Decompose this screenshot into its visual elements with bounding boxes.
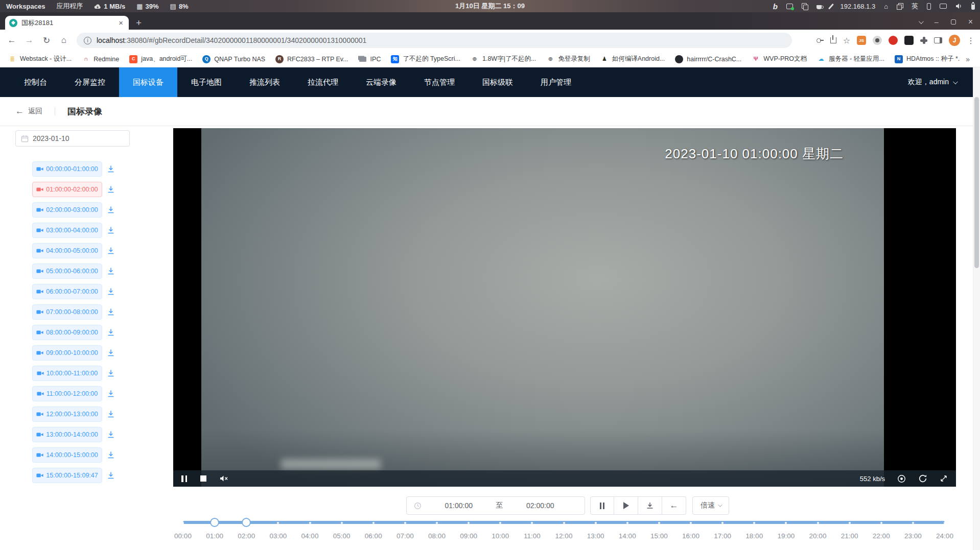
segment-button[interactable]: 04:00:00-05:00:00 [32, 243, 102, 258]
segment-download-button[interactable] [107, 471, 115, 480]
extensions-puzzle-icon[interactable] [920, 37, 927, 44]
profile-avatar[interactable]: J [949, 35, 960, 46]
bookmark-item[interactable]: ∩Redmine [78, 54, 123, 65]
segment-button[interactable]: 03:00:00-04:00:00 [32, 223, 102, 238]
segment-download-button[interactable] [107, 206, 115, 214]
applications-button[interactable]: 应用程序 [56, 2, 83, 11]
snapshot-icon[interactable] [897, 474, 906, 483]
segment-button[interactable]: 15:00:00-15:09:47 [32, 468, 102, 483]
home-button[interactable]: ⌂ [56, 35, 72, 45]
ip-address[interactable]: 192.168.1.3 [840, 3, 875, 10]
segment-button[interactable]: 07:00:00-08:00:00 [32, 304, 102, 320]
download-button[interactable] [638, 496, 662, 515]
segment-download-button[interactable] [107, 247, 115, 255]
page-scrollbar[interactable] [973, 67, 980, 550]
window-minimize-button[interactable]: – [935, 18, 939, 26]
workspaces-button[interactable]: Workspaces [6, 3, 45, 10]
volume-icon[interactable] [955, 3, 963, 9]
bookmark-item[interactable]: ≣Webstack - 设计... [4, 53, 76, 65]
extension-js-icon[interactable]: JS [857, 36, 866, 45]
bookmark-item[interactable]: ♟如何编译Android... [596, 53, 669, 65]
bing-tray-icon[interactable]: b [773, 2, 778, 11]
back-button[interactable]: ← [4, 35, 19, 45]
fullscreen-icon[interactable] [940, 474, 948, 483]
nav-tab[interactable]: 国标级联 [469, 67, 527, 97]
segment-download-button[interactable] [107, 165, 115, 173]
segment-download-button[interactable] [107, 369, 115, 377]
nav-tab[interactable]: 拉流代理 [294, 67, 352, 97]
window-maximize-button[interactable] [951, 19, 956, 25]
bookmark-item[interactable]: 知了不起的 TypeScri... [387, 53, 464, 65]
bookmark-item[interactable]: RRFC2833 – RTP Ev... [271, 54, 353, 65]
clock[interactable]: 1月10日 星期二 15：09 [455, 2, 525, 11]
nav-tab[interactable]: 节点管理 [410, 67, 469, 97]
extension-red-icon[interactable] [889, 36, 898, 45]
user-menu[interactable]: 欢迎，admin [908, 67, 980, 97]
home-tray-icon[interactable]: ⌂ [884, 3, 888, 10]
segment-button[interactable]: 08:00:00-09:00:00 [32, 325, 102, 340]
bookmark-star-icon[interactable]: ☆ [843, 36, 850, 45]
segment-button[interactable]: 05:00:00-06:00:00 [32, 264, 102, 279]
new-tab-button[interactable]: + [136, 18, 142, 28]
segment-download-button[interactable] [107, 451, 115, 459]
phone-link-icon[interactable] [927, 3, 931, 10]
refresh-icon[interactable] [918, 474, 927, 483]
segment-download-button[interactable] [107, 267, 115, 275]
segment-download-button[interactable] [107, 410, 115, 418]
pause-button[interactable] [590, 496, 614, 515]
segment-download-button[interactable] [107, 288, 115, 296]
seek-back-button[interactable]: ← [662, 496, 686, 515]
start-time-value[interactable]: 01:00:00 [422, 501, 496, 510]
address-bar[interactable]: i localhost:38080/#/gbRecordDetail/34020… [77, 33, 792, 48]
timeline-handle[interactable] [242, 518, 251, 527]
back-link[interactable]: ← 返回 [15, 106, 42, 116]
site-info-icon[interactable]: i [84, 37, 91, 44]
bookmark-item[interactable]: ⊕免登录复制 [542, 53, 594, 65]
bookmark-item[interactable]: QQNAP Turbo NAS [198, 54, 269, 65]
speed-dropdown[interactable]: 倍速 [692, 496, 729, 515]
segment-download-button[interactable] [107, 349, 115, 357]
nav-tab[interactable]: 用户管理 [527, 67, 585, 97]
player-pause-icon[interactable] [181, 475, 187, 482]
bookmark-item[interactable]: ⊕1.8W字|了不起的... [466, 53, 540, 65]
nav-tab[interactable]: 电子地图 [177, 67, 236, 97]
segment-button[interactable]: 01:00:00-02:00:00 [32, 182, 102, 197]
segment-button[interactable]: 13:00:00-14:00:00 [32, 427, 102, 442]
segment-download-button[interactable] [107, 390, 115, 398]
nav-tab[interactable]: 云端录像 [352, 67, 410, 97]
bookmark-item[interactable]: Cjava、android可... [125, 53, 196, 65]
extension-ball-icon[interactable] [873, 36, 882, 45]
time-range-input[interactable]: 01:00:00 至 02:00:00 [406, 496, 585, 515]
bookmark-item[interactable]: ☁服务器 - 轻量应用... [813, 53, 889, 65]
bookmark-item[interactable]: ΨWVP-PRO文档 [748, 53, 811, 65]
clipboard-tray-icon[interactable] [802, 3, 808, 9]
nav-tab[interactable]: 分屏监控 [61, 67, 119, 97]
tab-search-icon[interactable] [919, 19, 924, 24]
segment-button[interactable]: 00:00:00-01:00:00 [32, 161, 102, 177]
window-close-button[interactable]: × [968, 17, 973, 27]
bookmark-item[interactable]: hairrrrr/C-CrashC... [671, 54, 745, 65]
segment-download-button[interactable] [107, 431, 115, 439]
caffeine-tray-icon[interactable] [816, 5, 822, 9]
pen-tray-icon[interactable] [828, 3, 834, 9]
segment-button[interactable]: 06:00:00-07:00:00 [32, 284, 102, 299]
segment-button[interactable]: 11:00:00-12:00:00 [32, 386, 102, 401]
segment-button[interactable]: 14:00:00-15:00:00 [32, 447, 102, 463]
extension-dark-icon[interactable] [904, 36, 914, 45]
password-manager-icon[interactable] [816, 37, 824, 44]
segment-download-button[interactable] [107, 328, 115, 337]
segment-button[interactable]: 12:00:00-13:00:00 [32, 406, 102, 422]
nav-tab[interactable]: 控制台 [10, 67, 61, 97]
display-icon[interactable] [940, 4, 947, 9]
segment-download-button[interactable] [107, 226, 115, 234]
segment-download-button[interactable] [107, 185, 115, 194]
tab-close-icon[interactable]: × [117, 18, 125, 27]
play-button[interactable] [614, 496, 638, 515]
bookmark-item[interactable]: NHDAtmos :: 种子 *... [891, 53, 960, 65]
segment-button[interactable]: 02:00:00-03:00:00 [32, 202, 102, 218]
windows-tray-icon[interactable] [897, 3, 903, 9]
segment-button[interactable]: 09:00:00-10:00:00 [32, 345, 102, 361]
bookmarks-overflow-icon[interactable]: » [960, 55, 976, 63]
end-time-value[interactable]: 02:00:00 [503, 501, 578, 510]
player-stop-icon[interactable] [200, 475, 206, 482]
